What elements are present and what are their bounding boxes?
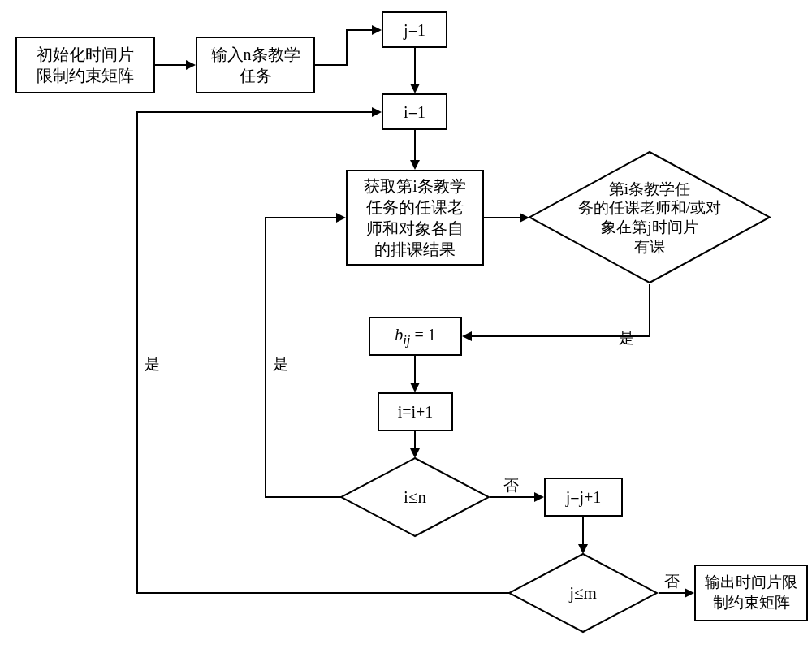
arrow-bij-to-iinc-head [410,383,420,392]
arrow-jinc-to-diamond3 [582,517,584,544]
box-get-results: 获取第i条教学任务的任课老师和对象各自的排课结果 [346,170,484,266]
label-diamond2-no: 否 [503,475,519,496]
arrow-input-to-j1-head [372,25,382,35]
arrow-diamond3-yes-head [372,107,382,117]
arrow-diamond3-yes-v [136,111,138,594]
diamond-i-le-n: i≤n [339,456,490,538]
diamond-j-le-m-text: j≤m [523,582,644,604]
diamond-i-le-n-text: i≤n [355,487,476,508]
arrow-i1-to-get-head [410,160,420,170]
arrow-diamond2-no-h [490,496,534,498]
arrow-init-to-input-head [186,60,196,70]
arrow-diamond3-yes-h2 [136,111,372,113]
arrow-diamond3-no-h [659,592,685,594]
diamond-check-conflict-text: 第i条教学任务的任课老师和/或对象在第j时间片有课 [552,179,747,256]
arrow-init-to-input [155,64,186,66]
label-diamond3-yes: 是 [145,353,160,374]
box-i-eq-1: i=1 [382,93,447,130]
box-output-matrix: 输出时间片限制约束矩阵 [694,565,808,621]
diamond-j-le-m: j≤m [508,552,659,634]
arrow-iinc-to-diamond2-head [410,448,420,458]
arrow-j1-to-i1 [414,48,416,84]
arrow-j1-to-i1-head [410,84,420,93]
arrow-diamond1-yes-v [649,284,650,335]
arrow-get-to-diamond1 [484,217,520,218]
arrow-diamond3-yes-h1 [136,592,509,594]
box-input-tasks: 输入n条教学任务 [196,37,315,93]
arrow-jinc-to-diamond3-head [578,544,588,554]
arrow-input-to-j1-h2 [346,29,372,31]
label-diamond2-yes: 是 [273,353,288,374]
label-diamond3-no: 否 [664,571,680,592]
arrow-bij-to-iinc [414,356,416,383]
arrow-input-to-j1-v [346,29,348,66]
arrow-diamond2-yes-h1 [265,496,341,498]
arrow-diamond2-yes-h2 [265,217,336,218]
box-bij-eq-1: bij = 1 [369,317,462,356]
label-diamond1-yes: 是 [619,327,634,348]
diamond-check-conflict: 第i条教学任务的任课老师和/或对象在第j时间片有课 [528,150,771,284]
box-i-inc: i=i+1 [378,392,453,431]
arrow-diamond2-no-head [534,492,544,502]
box-j-inc: j=j+1 [544,478,623,517]
arrow-diamond2-yes-head [336,213,346,223]
box-init-matrix: 初始化时间片限制约束矩阵 [15,37,155,93]
arrow-get-to-diamond1-head [520,213,529,223]
arrow-i1-to-get [414,130,416,160]
arrow-diamond2-yes-v [265,217,266,498]
bij-text: bij = 1 [395,324,436,349]
arrow-diamond1-yes-head [462,331,472,341]
arrow-diamond3-no-head [685,588,694,598]
arrow-iinc-to-diamond2 [414,431,416,448]
box-j-eq-1: j=1 [382,11,447,48]
arrow-input-to-j1-h1 [315,64,348,66]
